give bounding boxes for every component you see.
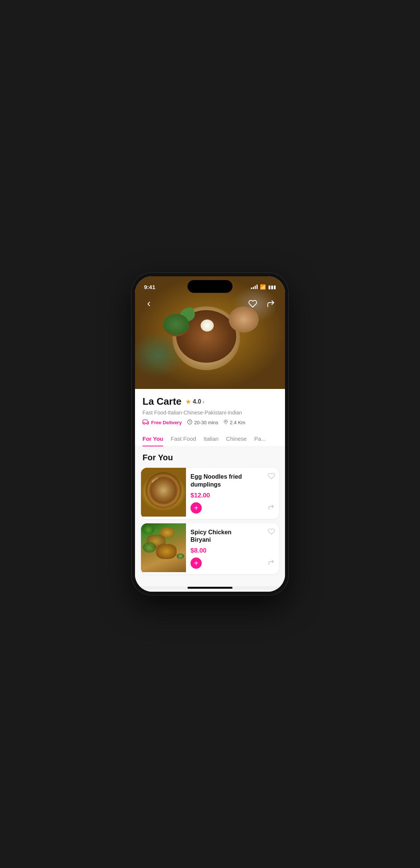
- hero-actions: [246, 297, 278, 310]
- dynamic-island: [188, 280, 232, 293]
- tab-pa[interactable]: Pa...: [254, 436, 266, 446]
- time-label: 20-30 mins: [194, 420, 218, 425]
- tab-italian[interactable]: Italian: [204, 436, 219, 446]
- for-you-title: For You: [141, 453, 279, 463]
- noodles-price: $12.00: [190, 492, 274, 499]
- biryani-price: $8.00: [190, 547, 274, 555]
- hero-image: ‹: [135, 276, 285, 389]
- title-row: La Carte ★ 4.0 ›: [142, 396, 278, 407]
- back-button[interactable]: ‹: [142, 297, 155, 310]
- svg-point-0: [143, 423, 145, 425]
- tab-for-you[interactable]: For You: [142, 436, 163, 446]
- wifi-icon: 📶: [260, 284, 266, 290]
- like-button[interactable]: [246, 297, 260, 310]
- rating-container[interactable]: ★ 4.0 ›: [185, 398, 204, 406]
- food-image-biryani: [141, 523, 186, 572]
- clock-icon: [187, 419, 192, 426]
- status-icons: 📶 ▮▮▮: [251, 284, 276, 290]
- biryani-share-button[interactable]: [268, 559, 274, 567]
- restaurant-name: La Carte: [142, 396, 182, 407]
- star-icon: ★: [185, 398, 191, 406]
- home-indicator: [188, 587, 232, 589]
- biryani-add-button[interactable]: +: [190, 558, 202, 569]
- distance-info: 2.4 Km: [224, 419, 245, 426]
- biryani-heart-button[interactable]: [268, 528, 275, 536]
- food-plate: [169, 299, 251, 374]
- food-card-biryani: Spicy Chicken Biryani $8.00 +: [141, 523, 279, 574]
- delivery-label: Free Delivery: [151, 420, 182, 425]
- rating-value: 4.0: [193, 398, 201, 405]
- restaurant-info: La Carte ★ 4.0 › Fast Food-Italian-Chine…: [135, 389, 285, 431]
- tab-chinese[interactable]: Chinese: [226, 436, 247, 446]
- category-tabs: For You Fast Food Italian Chinese Pa...: [135, 431, 285, 447]
- tab-fast-food[interactable]: Fast Food: [171, 436, 196, 446]
- food-card-info-noodles: Egg Noodles fried dumplings $12.00 +: [186, 468, 279, 519]
- time-info: 20-30 mins: [187, 419, 218, 426]
- for-you-section: For You: [135, 447, 285, 586]
- noodles-add-button[interactable]: +: [190, 502, 202, 514]
- restaurant-cuisine: Fast Food-Italian-Chinese-Pakistani-Indi…: [142, 410, 278, 416]
- location-icon: [224, 419, 228, 426]
- battery-icon: ▮▮▮: [268, 284, 276, 290]
- noodles-name: Egg Noodles fried dumplings: [190, 473, 247, 489]
- restaurant-meta: Free Delivery 20-30 mins: [142, 419, 278, 426]
- distance-label: 2.4 Km: [230, 420, 245, 425]
- food-image-noodles: [141, 468, 186, 517]
- delivery-info: Free Delivery: [142, 419, 182, 426]
- noodles-heart-button[interactable]: [268, 472, 275, 481]
- delivery-icon: [142, 419, 149, 426]
- food-card-info-biryani: Spicy Chicken Biryani $8.00 +: [186, 523, 279, 574]
- chevron-right-icon: ›: [202, 399, 204, 405]
- biryani-name: Spicy Chicken Biryani: [190, 529, 247, 544]
- fast-food-section: Fast Food: [135, 590, 285, 592]
- biryani-actions: +: [190, 558, 274, 569]
- svg-point-3: [225, 421, 226, 422]
- signal-icon: [251, 285, 258, 289]
- food-card-noodles: Egg Noodles fried dumplings $12.00 +: [141, 468, 279, 519]
- scroll-container: ‹: [135, 276, 285, 592]
- noodles-actions: +: [190, 502, 274, 514]
- noodles-share-button[interactable]: [268, 504, 274, 512]
- status-time: 9:41: [144, 284, 155, 290]
- share-button[interactable]: [264, 297, 278, 310]
